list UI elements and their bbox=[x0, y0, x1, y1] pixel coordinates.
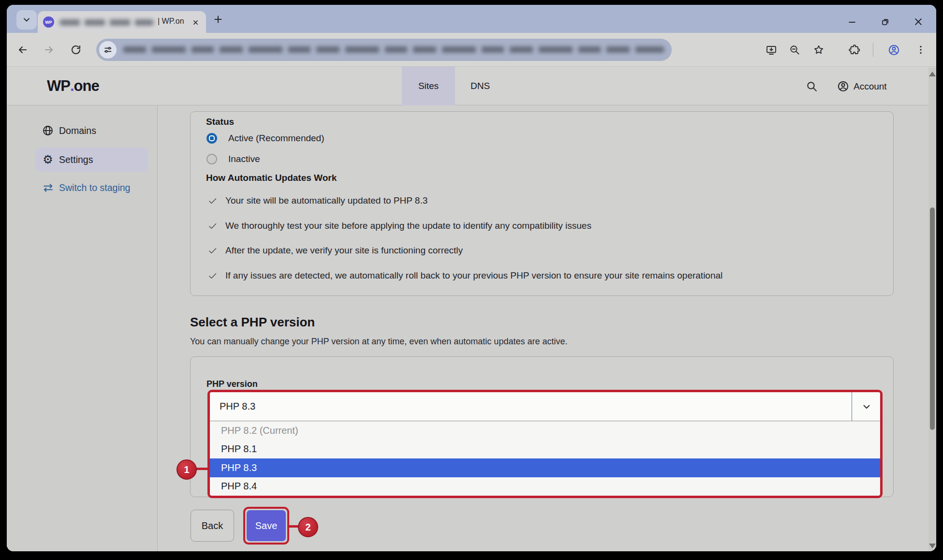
back-button[interactable]: Back bbox=[191, 510, 234, 542]
tab-search-button[interactable] bbox=[16, 10, 37, 29]
radio-label: Active (Recommended) bbox=[228, 133, 324, 144]
checklist-text: If any issues are detected, we automatic… bbox=[225, 270, 722, 281]
screenshot-root: WP | WP.on bbox=[0, 0, 943, 560]
plus-icon bbox=[213, 14, 223, 25]
chevron-down-icon[interactable] bbox=[861, 401, 872, 413]
php-version-select[interactable]: PHP 8.3 bbox=[210, 392, 880, 421]
select-value: PHP 8.3 bbox=[220, 401, 255, 412]
window-minimize-button[interactable] bbox=[846, 15, 858, 28]
bookmark-star-button[interactable] bbox=[813, 44, 825, 56]
check-icon bbox=[207, 221, 218, 231]
sidebar-item-switch-to-staging[interactable]: Switch to staging bbox=[35, 176, 148, 200]
radio-option-inactive[interactable]: Inactive bbox=[206, 154, 260, 164]
annotation-step-2: 2 bbox=[298, 517, 318, 537]
sidebar-item-label: Switch to staging bbox=[59, 182, 130, 193]
restore-icon bbox=[881, 17, 890, 27]
sidebar-item-settings[interactable]: ⚙ Settings bbox=[35, 147, 148, 172]
sidebar-item-domains[interactable]: Domains bbox=[35, 118, 148, 143]
main-content: Status Active (Recommended) Inactive How… bbox=[158, 105, 928, 551]
scrollbar-up-arrow-icon[interactable] bbox=[929, 72, 936, 76]
page-scrollbar[interactable] bbox=[928, 68, 936, 551]
sidebar: Domains ⚙ Settings Switch to staging bbox=[7, 105, 158, 551]
page-body: Domains ⚙ Settings Switch to staging St bbox=[7, 105, 936, 551]
checklist-item: After the update, we verify your site is… bbox=[207, 245, 463, 256]
search-icon bbox=[806, 80, 818, 92]
how-updates-heading: How Automatic Updates Work bbox=[206, 173, 337, 183]
site-settings-button[interactable] bbox=[99, 41, 117, 59]
logo-wp: WP bbox=[47, 77, 70, 94]
profile-icon bbox=[888, 44, 900, 56]
close-icon bbox=[192, 19, 199, 26]
chevron-down-icon bbox=[22, 15, 31, 25]
checklist-text: After the update, we verify your site is… bbox=[225, 245, 463, 256]
scrollbar-thumb[interactable] bbox=[930, 207, 935, 430]
minimize-icon bbox=[847, 17, 857, 27]
browser-profile-button[interactable] bbox=[888, 44, 899, 56]
dropdown-option-php82[interactable]: PHP 8.2 (Current) bbox=[210, 421, 880, 440]
option-label: PHP 8.3 bbox=[221, 462, 257, 473]
tab-sites[interactable]: Sites bbox=[402, 67, 455, 105]
extensions-button[interactable] bbox=[849, 44, 860, 56]
back-nav-button[interactable] bbox=[17, 44, 29, 56]
arrow-left-icon bbox=[17, 44, 29, 56]
reload-icon bbox=[70, 44, 82, 56]
save-to-device-icon bbox=[766, 44, 777, 56]
option-label: PHP 8.4 bbox=[221, 481, 257, 492]
tab-dns[interactable]: DNS bbox=[458, 67, 502, 105]
checklist-item: Your site will be automatically updated … bbox=[207, 195, 427, 206]
tab-title-suffix: | WP.on bbox=[158, 17, 184, 26]
account-menu[interactable]: Account bbox=[837, 80, 887, 92]
tab-sites-label: Sites bbox=[418, 81, 439, 91]
radio-selected-icon[interactable] bbox=[206, 133, 217, 144]
globe-icon bbox=[42, 125, 54, 136]
automatic-updates-card: Status Active (Recommended) Inactive How… bbox=[190, 111, 894, 296]
tab-close-button[interactable] bbox=[191, 17, 200, 27]
browser-tab-active[interactable]: WP | WP.on bbox=[38, 11, 206, 33]
tab-title-redacted bbox=[59, 19, 154, 26]
checklist-text: We thoroughly test your site before appl… bbox=[225, 221, 591, 231]
new-tab-button[interactable] bbox=[212, 13, 224, 26]
window-restore-button[interactable] bbox=[879, 15, 891, 28]
kebab-menu-icon bbox=[915, 44, 927, 56]
zoom-out-icon bbox=[789, 44, 800, 56]
site-favicon: WP bbox=[43, 16, 54, 28]
dropdown-option-php83-highlighted[interactable]: PHP 8.3 bbox=[210, 458, 880, 477]
checklist-item: We thoroughly test your site before appl… bbox=[207, 221, 591, 231]
browser-toolbar bbox=[7, 33, 936, 67]
scrollbar-down-arrow-icon[interactable] bbox=[929, 544, 936, 548]
account-label: Account bbox=[854, 81, 887, 92]
header-search-button[interactable] bbox=[806, 80, 817, 92]
php-section-description: You can manually change your PHP version… bbox=[190, 337, 567, 347]
annotation-box-save: Save bbox=[243, 507, 289, 545]
browser-menu-button[interactable] bbox=[915, 44, 927, 56]
zoom-out-button[interactable] bbox=[789, 44, 800, 56]
install-page-button[interactable] bbox=[766, 44, 777, 56]
toolbar-divider bbox=[873, 43, 873, 57]
forward-nav-button[interactable] bbox=[43, 44, 55, 56]
check-icon bbox=[207, 246, 218, 256]
url-address-bar[interactable] bbox=[96, 39, 672, 61]
status-heading: Status bbox=[206, 117, 234, 127]
app-header: WP.one Sites DNS Account bbox=[7, 67, 936, 105]
option-label: PHP 8.2 (Current) bbox=[221, 425, 298, 436]
url-text-redacted bbox=[123, 46, 664, 53]
radio-unselected-icon[interactable] bbox=[206, 154, 217, 164]
check-icon bbox=[207, 271, 218, 281]
back-button-label: Back bbox=[202, 520, 223, 531]
swap-arrows-icon bbox=[42, 182, 54, 194]
browser-window: WP | WP.on bbox=[7, 5, 936, 551]
reload-button[interactable] bbox=[70, 44, 82, 56]
save-button-label: Save bbox=[255, 520, 278, 531]
arrow-right-icon bbox=[43, 44, 55, 56]
logo-one: one bbox=[74, 77, 99, 94]
php-version-field-label: PHP version bbox=[206, 379, 258, 389]
dropdown-option-php84[interactable]: PHP 8.4 bbox=[210, 477, 880, 496]
radio-option-active[interactable]: Active (Recommended) bbox=[206, 133, 324, 144]
dropdown-option-php81[interactable]: PHP 8.1 bbox=[210, 440, 880, 459]
sidebar-item-label: Domains bbox=[59, 125, 96, 136]
php-section-title: Select a PHP version bbox=[190, 315, 315, 330]
save-button[interactable]: Save bbox=[247, 510, 286, 541]
star-icon bbox=[813, 44, 825, 56]
window-close-button[interactable] bbox=[912, 15, 925, 28]
logo-dot: . bbox=[70, 77, 74, 94]
